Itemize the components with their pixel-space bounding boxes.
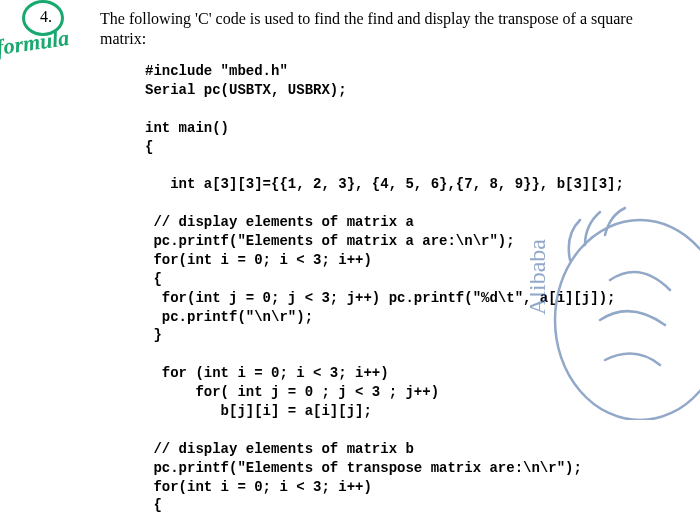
- handwritten-annotation: formula: [0, 25, 71, 61]
- question-text-line1: The following 'C' code is used to find t…: [100, 8, 700, 30]
- question-number: 4.: [40, 8, 52, 26]
- hand-drawn-doodle: Alibaba: [530, 200, 700, 420]
- svg-text:Alibaba: Alibaba: [530, 239, 550, 315]
- question-text-line2: matrix:: [100, 30, 146, 48]
- svg-point-0: [555, 220, 700, 420]
